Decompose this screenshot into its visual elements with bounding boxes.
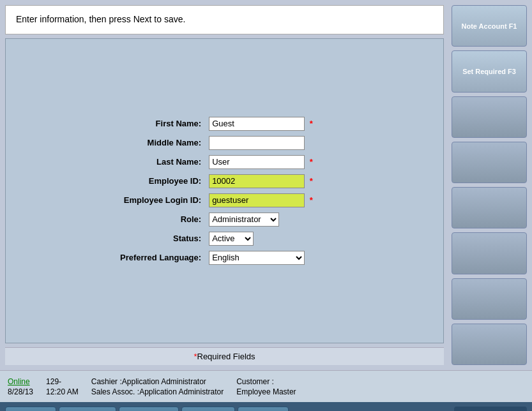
first-name-input[interactable] [209,117,305,131]
employee-id-field[interactable]: * [209,174,424,188]
middle-name-row: Middle Name: [25,136,424,150]
date-text: 8/28/13 [8,387,33,396]
employee-login-row: Employee Login ID: * [25,193,424,207]
employee-id-label: Employee ID: [25,174,209,188]
middle-name-label: Middle Name: [25,136,209,150]
next-button[interactable]: ➡ Next Enter [238,407,289,411]
first-name-row: First Name: * [25,117,424,131]
role-select[interactable]: Administrator Manager Cashier [209,213,279,227]
instruction-text: Enter information, then press Next to sa… [16,14,185,24]
status-row: Status: Active Inactive [25,232,424,246]
sidebar: Note Account F1 Set Required F3 [449,0,532,370]
cashier-info: Cashier :Application Administrator [91,377,224,386]
toolbar: ℹ Help F1 ⊖ Delete F11 ⊗ Cancel F12 ⬅ Un… [0,402,532,411]
first-name-field[interactable]: * [209,117,424,131]
employee-login-field[interactable]: * [209,193,424,207]
form-table: First Name: * Middle Name: Last Name: [25,112,424,270]
status-field[interactable]: Active Inactive [209,232,424,246]
required-fields-text: Required Fields [197,352,255,361]
role-row: Role: Administrator Manager Cashier [25,213,424,227]
language-row: Preferred Language: English Spanish Fren… [25,251,424,265]
employee-id-required: * [310,176,313,186]
last-name-required: * [310,157,313,167]
form-area: First Name: * Middle Name: Last Name: [5,38,444,343]
first-name-label: First Name: [25,117,209,131]
set-required-button[interactable]: Set Required F3 [452,50,527,92]
sales-assoc-info: Sales Assoc. :Application Administrator [91,387,224,396]
employee-id-input[interactable] [209,174,305,188]
note-account-button[interactable]: Note Account F1 [452,5,527,47]
last-name-label: Last Name: [25,155,209,169]
last-name-row: Last Name: * [25,155,424,169]
status-col-4: Customer : Employee Master [236,377,296,396]
employee-login-label: Employee Login ID: [25,193,209,207]
employee-login-input[interactable] [209,193,305,207]
status-bar: Online 8/28/13 129- 12:20 AM Cashier :Ap… [0,370,532,402]
middle-name-input[interactable] [209,136,305,150]
customer-value: Employee Master [236,387,296,396]
sidebar-btn3[interactable] [452,96,527,138]
status-col-2: 129- 12:20 AM [46,377,79,396]
required-fields-bar: *Required Fields [5,347,444,365]
help-button[interactable]: ℹ Help F1 [5,407,56,411]
customer-info: Customer : [236,377,296,386]
last-name-input[interactable] [209,155,305,169]
sidebar-btn5[interactable] [452,187,527,228]
role-field[interactable]: Administrator Manager Cashier [209,213,424,227]
first-name-required: * [310,119,313,128]
language-select[interactable]: English Spanish French [209,251,305,265]
cancel-button[interactable]: ⊗ Cancel F12 [119,407,179,411]
middle-name-field[interactable] [209,136,424,150]
status-col-1: Online 8/28/13 [8,377,33,396]
employee-id-row: Employee ID: * [25,174,424,188]
role-label: Role: [25,213,209,227]
sidebar-btn7[interactable] [452,278,527,320]
undo-button[interactable]: ⬅ Undo Esc [181,407,235,411]
sidebar-btn6[interactable] [452,232,527,274]
language-field[interactable]: English Spanish French [209,251,424,265]
time-text: 12:20 AM [46,387,79,396]
code-text: 129- [46,377,79,386]
sidebar-btn4[interactable] [452,142,527,183]
language-label: Preferred Language: [25,251,209,265]
delete-button[interactable]: ⊖ Delete F11 [59,407,116,411]
status-label: Status: [25,232,209,246]
status-select[interactable]: Active Inactive [209,232,254,246]
status-col-3: Cashier :Application Administrator Sales… [91,377,224,396]
employee-login-required: * [310,195,313,205]
last-name-field[interactable]: * [209,155,424,169]
oracle-logo: ORACLE [454,407,527,411]
sidebar-btn8[interactable] [452,324,527,365]
instruction-box: Enter information, then press Next to sa… [5,5,444,34]
online-status[interactable]: Online [8,377,33,386]
